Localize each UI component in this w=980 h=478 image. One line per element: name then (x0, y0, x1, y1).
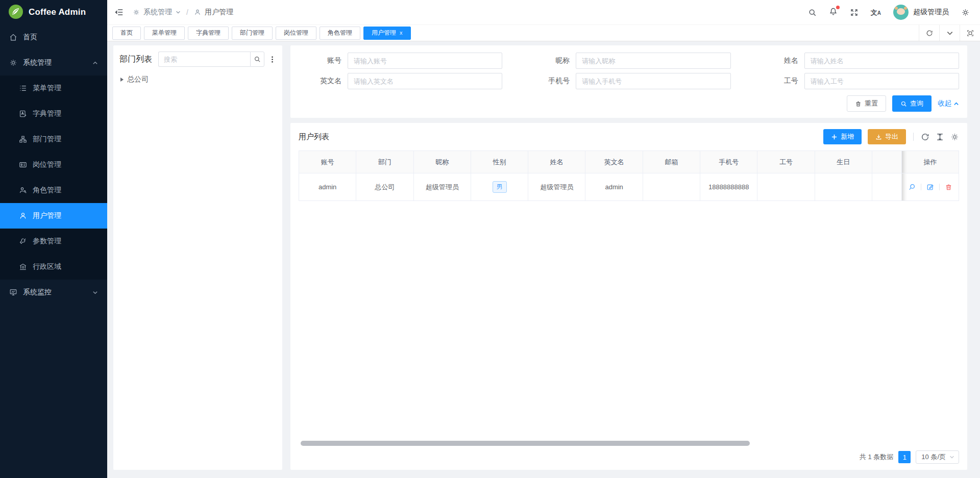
search-icon (900, 100, 907, 107)
logo-row[interactable]: Coffee Admin (0, 0, 107, 24)
name-input[interactable] (804, 53, 959, 69)
role-icon (19, 186, 27, 194)
gender-tag: 男 (493, 181, 507, 192)
sidebar-item-param-mgmt[interactable]: 参数管理 (0, 229, 107, 254)
tab-dept-mgmt[interactable]: 部门管理 (232, 27, 273, 40)
user-menu[interactable]: 超级管理员 (893, 5, 949, 20)
refresh-tab-button[interactable] (919, 25, 939, 41)
table-zone: 账号 部门 昵称 性别 姓名 英文名 邮箱 手机号 工号 生日 (299, 150, 959, 440)
close-icon[interactable]: x (400, 30, 403, 36)
sidebar-item-label: 行政区域 (33, 262, 61, 271)
org-icon (19, 135, 27, 143)
collapse-sidebar-icon[interactable] (114, 8, 124, 17)
sidebar-item-home[interactable]: 首页 (0, 24, 107, 50)
field-label: 工号 (755, 77, 804, 86)
table-row[interactable]: admin 总公司 超级管理员 男 超级管理员 admin 1888888888… (299, 173, 959, 201)
field-label: 姓名 (755, 56, 804, 65)
page-1-button[interactable]: 1 (898, 451, 911, 463)
op-separator (939, 184, 940, 190)
sidebar-item-dept-mgmt[interactable]: 部门管理 (0, 127, 107, 152)
col-dept[interactable]: 部门 (356, 151, 413, 173)
query-button[interactable]: 查询 (892, 95, 932, 112)
tab-home[interactable]: 首页 (112, 27, 141, 40)
dept-more-button[interactable] (268, 56, 276, 63)
collapse-filters-link[interactable]: 收起 (938, 99, 959, 108)
col-work-no[interactable]: 工号 (757, 151, 815, 173)
content-fullscreen-button[interactable] (960, 25, 980, 41)
nickname-input[interactable] (576, 53, 730, 69)
column-settings-gear-icon[interactable] (950, 133, 959, 141)
cell-nickname: 超级管理员 (413, 173, 471, 201)
sidebar-item-post-mgmt[interactable]: 岗位管理 (0, 152, 107, 178)
cell-operations (902, 173, 959, 201)
horizontal-scrollbar-thumb[interactable] (301, 441, 750, 446)
refresh-icon[interactable] (921, 133, 929, 141)
horizontal-scrollbar (299, 441, 959, 446)
dept-search-button[interactable] (250, 52, 264, 67)
col-phone[interactable]: 手机号 (700, 151, 757, 173)
settings-gear-icon[interactable] (961, 8, 970, 17)
col-en-name[interactable]: 英文名 (585, 151, 643, 173)
dept-panel-header: 部门列表 (119, 52, 276, 67)
col-name[interactable]: 姓名 (528, 151, 585, 173)
fullscreen-icon[interactable] (850, 8, 859, 17)
col-nickname[interactable]: 昵称 (413, 151, 471, 173)
work-no-input[interactable] (804, 73, 959, 89)
cell-birthday (815, 173, 872, 201)
col-gender[interactable]: 性别 (471, 151, 528, 173)
row-height-icon[interactable] (936, 133, 944, 141)
tab-post-mgmt[interactable]: 岗位管理 (276, 27, 316, 40)
en-name-input[interactable] (348, 73, 502, 89)
sidebar-item-user-mgmt[interactable]: 用户管理 (0, 203, 107, 229)
search-icon[interactable] (808, 8, 817, 17)
sidebar-item-label: 部门管理 (33, 135, 61, 144)
tab-user-mgmt[interactable]: 用户管理 x (363, 27, 411, 40)
caret-right-icon[interactable] (120, 78, 124, 82)
view-magnifier-icon[interactable] (908, 183, 916, 191)
field-label: 昵称 (527, 56, 576, 65)
dept-search-input[interactable] (158, 52, 250, 67)
tree-node-company[interactable]: 总公司 (119, 75, 276, 84)
breadcrumb-item-current: 用户管理 (205, 8, 233, 17)
user-icon (194, 9, 201, 16)
tabs: 首页 菜单管理 字典管理 部门管理 岗位管理 角色管理 用户管理 x (112, 27, 919, 40)
main-area: 系统管理 / 用户管理 文A 超级管理员 (107, 0, 980, 478)
download-icon (875, 134, 882, 140)
total-count: 共 1 条数据 (860, 452, 893, 462)
phone-input[interactable] (576, 73, 730, 89)
tab-dict-mgmt[interactable]: 字典管理 (188, 27, 229, 40)
notifications-button[interactable] (829, 7, 838, 17)
col-birthday[interactable]: 生日 (815, 151, 872, 173)
tab-menu-mgmt[interactable]: 菜单管理 (144, 27, 185, 40)
sidebar-item-system[interactable]: 系统管理 (0, 50, 107, 76)
sidebar-item-menu-mgmt[interactable]: 菜单管理 (0, 76, 107, 101)
reset-button[interactable]: 重置 (847, 95, 886, 112)
language-switch-icon[interactable]: 文A (871, 9, 881, 16)
tab-role-mgmt[interactable]: 角色管理 (320, 27, 360, 40)
refresh-icon (926, 30, 933, 37)
sidebar-item-label: 首页 (23, 33, 37, 42)
sidebar: Coffee Admin 首页 系统管理 菜单管理 字典管理 部门管理 (0, 0, 107, 478)
chevron-down-icon (176, 10, 181, 15)
sidebar-item-dict-mgmt[interactable]: 字典管理 (0, 101, 107, 127)
sidebar-item-region[interactable]: 行政区域 (0, 254, 107, 280)
tab-dropdown-button[interactable] (939, 25, 960, 41)
list-icon (19, 84, 27, 92)
col-account[interactable]: 账号 (299, 151, 356, 173)
breadcrumb-item-system[interactable]: 系统管理 (143, 8, 172, 17)
dept-panel: 部门列表 总公司 (113, 45, 282, 470)
field-label: 英文名 (299, 77, 348, 86)
add-user-button[interactable]: 新增 (823, 129, 862, 144)
delete-trash-icon[interactable] (945, 183, 952, 191)
sidebar-item-monitor[interactable]: 系统监控 (0, 280, 107, 305)
account-input[interactable] (348, 53, 502, 69)
notification-badge (836, 6, 840, 9)
col-email[interactable]: 邮箱 (643, 151, 700, 173)
page-size-select[interactable]: 10 条/页 (916, 450, 959, 464)
pagination: 共 1 条数据 1 10 条/页 (299, 448, 959, 466)
coffee-admin-logo-icon (8, 4, 23, 21)
export-button[interactable]: 导出 (868, 129, 906, 144)
edit-icon[interactable] (926, 183, 934, 191)
filter-card: 账号 昵称 姓名 英文名 (290, 45, 967, 118)
sidebar-item-role-mgmt[interactable]: 角色管理 (0, 178, 107, 203)
